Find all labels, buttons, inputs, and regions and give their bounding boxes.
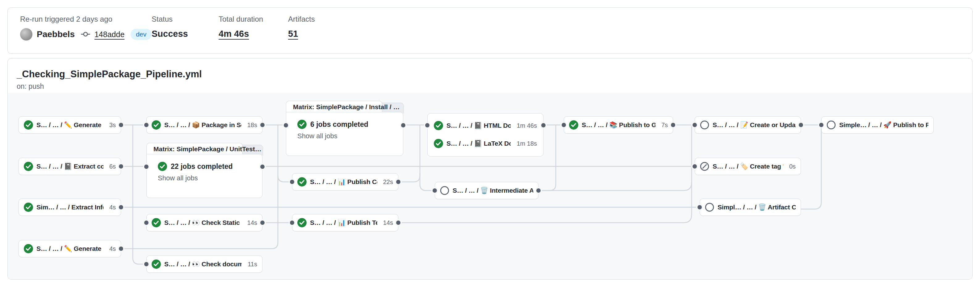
- success-icon: [298, 120, 307, 129]
- skipped-icon: [700, 120, 709, 130]
- job-label: S… / … / 📊 Publish Test Re…: [310, 219, 377, 226]
- connector-dot: [424, 122, 431, 129]
- job-node-extract-information[interactable]: Sim… / … / Extract Information 4s: [19, 198, 121, 216]
- job-node-publish-code-coverage[interactable]: S… / … / 📊 Publish Code C… 22s: [292, 173, 398, 190]
- job-node-create-tag[interactable]: S… / … / 🏷️ Create tag '${{ in… 0s: [695, 158, 801, 175]
- git-commit-icon: [81, 30, 90, 39]
- job-duration: 14s: [381, 219, 393, 226]
- connector-dot: [670, 122, 676, 128]
- job-node-package-in-source[interactable]: S… / … / 📦 Package in Sou… 18s: [146, 116, 262, 134]
- connector-dot: [696, 204, 703, 211]
- job-label: S… / … / 📝 Create or Update R…: [713, 121, 795, 129]
- actor-name[interactable]: Paebbels: [37, 29, 75, 39]
- connector-dot: [118, 204, 124, 211]
- connector-dot: [118, 245, 124, 252]
- job-duration: 0s: [787, 163, 795, 170]
- avatar[interactable]: [20, 28, 32, 40]
- connector-dot: [691, 163, 698, 170]
- matrix-status-text: 6 jobs completed: [310, 120, 368, 129]
- artifacts-count[interactable]: 51: [288, 29, 315, 39]
- job-label: S… / … / ✏️ Generate pipelin…: [37, 245, 103, 253]
- success-icon: [298, 177, 307, 187]
- connector-dot: [797, 122, 804, 128]
- job-label: S… / … / 📓 LaTeX Docu…: [447, 140, 511, 147]
- job-node-generate-pipeline-1[interactable]: S… / … / ✏️ Generate pipelin… 3s: [19, 116, 121, 134]
- skipped-icon: [827, 120, 836, 130]
- job-duration: 11s: [245, 261, 257, 268]
- skipped-slash-icon: [700, 162, 709, 171]
- connector-dot: [289, 219, 296, 226]
- job-node-publish-test-results[interactable]: S… / … / 📊 Publish Test Re… 14s: [292, 214, 398, 231]
- connector-dot: [143, 219, 150, 226]
- job-row-latex-documentation[interactable]: S… / … / 📓 LaTeX Docu… 1m 18s: [428, 134, 543, 152]
- job-node-check-static-typing[interactable]: S… / … / 👀 Check Static Ty… 14s: [146, 214, 262, 231]
- commit-link[interactable]: 148adde: [94, 30, 124, 39]
- connector-dot: [259, 122, 266, 128]
- job-label: S… / … / 📦 Package in Sou…: [164, 121, 242, 129]
- job-duration: 6s: [107, 163, 116, 170]
- skipped-icon: [705, 203, 714, 212]
- matrix-install-card[interactable]: 6 jobs completed Show all jobs: [286, 112, 403, 156]
- job-label: Simple… / … / 🚀 Publish to PyPI: [839, 121, 928, 129]
- connector-dot: [400, 122, 407, 129]
- matrix-install-tab: Matrix: SimplePackage / Install / …: [286, 101, 382, 113]
- matrix-status-row: 6 jobs completed: [286, 112, 403, 129]
- job-duration: 1m 46s: [514, 122, 537, 129]
- run-summary-card: Re-run triggered 2 days ago Paebbels 148…: [7, 7, 973, 54]
- branch-badge[interactable]: dev: [130, 29, 151, 40]
- matrix-unittest-card[interactable]: 22 jobs completed Show all jobs: [146, 154, 262, 198]
- job-node-artifact-cleanup[interactable]: Simpl… / … / 🗑️ Artifact Cleanup: [700, 198, 801, 216]
- matrix-status-row: 22 jobs completed: [147, 154, 262, 171]
- success-icon: [434, 139, 443, 148]
- job-label: S… / … / 📚 Publish to GH-P…: [582, 121, 655, 129]
- connector-dot: [143, 122, 150, 128]
- job-duration: 7s: [659, 122, 668, 129]
- job-label: S… / … / 🗑️ Intermediate Artifa…: [453, 187, 533, 194]
- success-icon: [151, 259, 161, 269]
- job-node-intermediate-artifacts[interactable]: S… / … / 🗑️ Intermediate Artifa…: [435, 182, 538, 199]
- workflow-trigger: on: push: [17, 82, 44, 91]
- show-all-jobs-link[interactable]: Show all jobs: [147, 171, 262, 182]
- connector-dot: [143, 261, 150, 267]
- connector-dot: [395, 219, 402, 226]
- job-node-publish-to-gh-pages[interactable]: S… / … / 📚 Publish to GH-P… 7s: [564, 116, 673, 134]
- actor-row: Paebbels 148adde dev: [20, 27, 151, 42]
- success-icon: [569, 120, 578, 130]
- documentation-group-card[interactable]: S… / … / 📓 HTML Docu… 1m 46s S… / … / 📓 …: [427, 113, 543, 157]
- success-icon: [158, 162, 167, 171]
- job-duration: 18s: [245, 122, 257, 129]
- job-node-extract-configuration[interactable]: S… / … / 📓 Extract configur… 6s: [19, 158, 121, 175]
- job-node-publish-to-pypi[interactable]: Simple… / … / 🚀 Publish to PyPI: [821, 116, 934, 134]
- job-label: S… / … / 📊 Publish Code C…: [310, 178, 377, 185]
- job-label: S… / … / 📓 HTML Docu…: [447, 122, 511, 129]
- job-duration: 3s: [107, 122, 116, 129]
- artifacts-label: Artifacts: [288, 14, 315, 24]
- success-icon: [151, 120, 161, 130]
- success-icon: [151, 218, 161, 227]
- duration-value[interactable]: 4m 46s: [219, 29, 263, 39]
- connector-dot: [560, 122, 567, 128]
- job-row-html-documentation[interactable]: S… / … / 📓 HTML Docu… 1m 46s: [428, 117, 543, 134]
- workflow-title: _Checking_SimplePackage_Pipeline.yml: [17, 69, 202, 80]
- status-column: Status Success: [151, 14, 188, 39]
- job-node-create-or-update-release[interactable]: S… / … / 📝 Create or Update R…: [695, 116, 801, 134]
- job-duration: 4s: [107, 245, 116, 253]
- success-icon: [24, 244, 33, 253]
- job-label: Sim… / … / Extract Information: [37, 203, 103, 211]
- status-value: Success: [151, 29, 188, 39]
- connector-dot: [818, 122, 825, 128]
- job-node-check-documentation[interactable]: S… / … / 👀 Check docume… 11s: [146, 256, 262, 273]
- matrix-status-text: 22 jobs completed: [171, 162, 233, 171]
- success-icon: [24, 162, 33, 171]
- job-label: S… / … / ✏️ Generate pipelin…: [37, 121, 103, 129]
- job-duration: 1m 18s: [514, 140, 537, 147]
- job-duration: 22s: [381, 179, 393, 185]
- job-node-generate-pipeline-2[interactable]: S… / … / ✏️ Generate pipelin… 4s: [19, 240, 121, 257]
- show-all-jobs-link[interactable]: Show all jobs: [286, 129, 403, 140]
- success-icon: [24, 120, 33, 130]
- rerun-label: Re-run triggered 2 days ago: [20, 14, 112, 24]
- duration-label: Total duration: [219, 14, 263, 24]
- connector-dot: [691, 122, 698, 128]
- job-duration: 4s: [107, 204, 116, 211]
- success-icon: [298, 218, 307, 227]
